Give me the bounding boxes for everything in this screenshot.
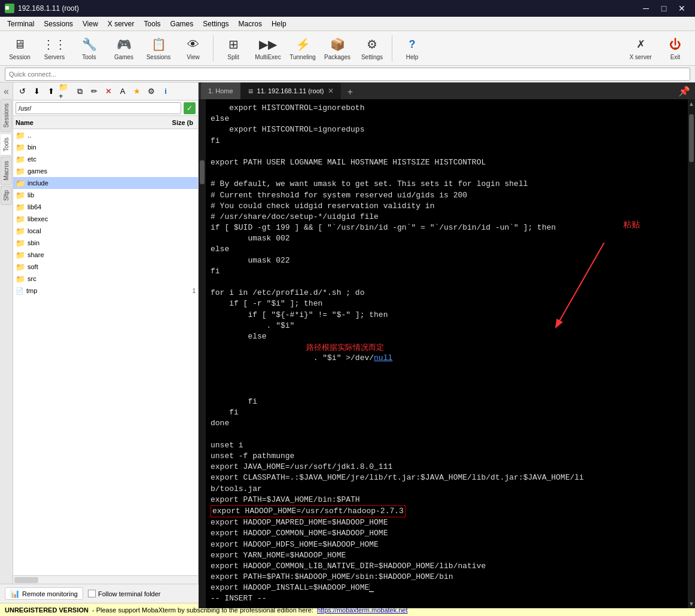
toolbar-view[interactable]: 👁 View — [177, 33, 209, 63]
file-settings-button[interactable]: ⚙ — [145, 85, 158, 98]
terminal-content[interactable]: export HISTCONTROL=ignoreboth else expor… — [206, 99, 688, 608]
horizontal-scrollbar[interactable] — [13, 575, 198, 584]
list-item[interactable]: 📄 tmp 1 — [13, 285, 198, 297]
list-item[interactable]: 📁 local — [13, 225, 198, 237]
list-item[interactable]: 📁 bin — [13, 141, 198, 153]
sidebar-tab-sessions[interactable]: Sessions — [1, 99, 12, 132]
menu-games[interactable]: Games — [166, 17, 199, 31]
monitor-icon: 📊 — [10, 589, 20, 598]
toolbar-settings[interactable]: ⚙ Settings — [356, 33, 388, 63]
toolbar-games[interactable]: 🎮 Games — [108, 33, 140, 63]
file-rename-button[interactable]: ✏ — [87, 85, 100, 98]
term-line: # /usr/share/doc/setup-*/uidgid file — [211, 212, 683, 222]
folder-icon: 📁 — [16, 251, 25, 260]
settings-icon: ⚙ — [364, 36, 380, 53]
toolbar-split[interactable]: ⊞ Split — [217, 33, 249, 63]
file-download-button[interactable]: ⬇ — [30, 85, 43, 98]
terminal-wrapper: export HISTCONTROL=ignoreboth else expor… — [199, 99, 695, 608]
toolbar-sessions[interactable]: 📋 Sessions — [142, 33, 175, 63]
scroll-down-button[interactable]: ▼ — [688, 599, 694, 608]
term-line: . "$i" >/dev/null 路径根据实际情况而定 — [211, 342, 683, 397]
vertical-scrollbar-left[interactable] — [199, 99, 206, 608]
scroll-up-button[interactable]: ▲ — [688, 99, 694, 108]
toolbar-tools[interactable]: 🔧 Tools — [73, 33, 105, 63]
folder-icon: 📁 — [16, 263, 25, 272]
list-item[interactable]: 📁 src — [13, 273, 198, 285]
menu-tools[interactable]: Tools — [139, 17, 166, 31]
vertical-scrollbar-right[interactable]: ▲ ▼ — [688, 99, 695, 608]
collapse-button[interactable]: « — [2, 85, 10, 98]
sidebar-tab-sftp[interactable]: Sftp — [1, 186, 12, 205]
list-item[interactable]: 📁 soft — [13, 261, 198, 273]
term-line: export HADOOP_HDFS_HOME=$HADOOP_HOME — [211, 539, 683, 550]
sidebar-tab-tools[interactable]: Tools — [1, 133, 12, 155]
toolbar-exit[interactable]: ⏻ Exit — [659, 33, 691, 63]
file-delete-button[interactable]: ✕ — [102, 85, 115, 98]
toolbar-multiexec[interactable]: ▶▶ MultiExec — [252, 33, 284, 63]
term-line: else — [211, 114, 683, 124]
tunneling-icon: ⚡ — [294, 36, 311, 53]
toolbar-session[interactable]: 🖥 Session — [4, 33, 36, 63]
toolbar-tunneling[interactable]: ⚡ Tunneling — [286, 33, 319, 63]
left-sidebar-tabs: « Sessions Tools Macros Sftp — [0, 83, 13, 584]
list-item[interactable]: 📁 libexec — [13, 213, 198, 225]
menu-view[interactable]: View — [78, 17, 103, 31]
menu-help[interactable]: Help — [267, 17, 291, 31]
file-bookmark-button[interactable]: ★ — [130, 85, 144, 98]
minimize-button[interactable]: ─ — [638, 0, 654, 17]
tab-ssh[interactable]: 🖥 11. 192.168.1.11 (root) ✕ — [240, 83, 341, 99]
term-line: # Current threshold for system reserved … — [211, 190, 683, 201]
maximize-button[interactable]: □ — [656, 0, 672, 17]
menu-settings[interactable]: Settings — [198, 17, 233, 31]
path-go-button[interactable]: ✓ — [184, 102, 196, 114]
file-refresh-button[interactable]: ↺ — [16, 85, 29, 98]
menu-xserver[interactable]: X server — [103, 17, 139, 31]
header-name: Name — [16, 119, 166, 126]
tab-ssh-label: 11. 192.168.1.11 (root) — [257, 87, 324, 94]
file-info-button[interactable]: i — [159, 85, 172, 98]
toolbar-servers[interactable]: ⋮⋮ Servers — [38, 33, 71, 63]
list-item[interactable]: 📁 share — [13, 249, 198, 261]
view-icon: 👁 — [185, 36, 202, 53]
remote-monitoring-button[interactable]: 📊 Remote monitoring — [5, 587, 83, 600]
tab-add-button[interactable]: + — [343, 85, 358, 99]
tab-close-button[interactable]: ✕ — [328, 87, 334, 95]
close-button[interactable]: ✕ — [673, 0, 690, 17]
menu-terminal[interactable]: Terminal — [2, 17, 39, 31]
path-input[interactable] — [16, 102, 181, 114]
menu-macros[interactable]: Macros — [234, 17, 267, 31]
list-item[interactable]: 📁 sbin — [13, 237, 198, 249]
list-item[interactable]: 📁 lib — [13, 189, 198, 201]
list-item[interactable]: 📁 include — [13, 177, 198, 189]
tab-pin-button[interactable]: 📌 — [676, 83, 693, 99]
folder-icon: 📁 — [16, 239, 25, 248]
follow-folder-checkbox[interactable]: Follow terminal folder — [88, 590, 161, 597]
file-toolbar: ↺ ⬇ ⬆ 📁+ ⧉ ✏ ✕ A ★ ⚙ i — [13, 83, 198, 100]
term-line: for i in /etc/profile.d/*.sh ; do — [211, 288, 683, 298]
toolbar-help[interactable]: ? Help — [396, 33, 428, 63]
list-item[interactable]: 📁 games — [13, 165, 198, 177]
toolbar-xserver[interactable]: ✗ X server — [624, 33, 657, 63]
list-item[interactable]: 📁 .. — [13, 129, 198, 141]
file-newfolder-button[interactable]: 📁+ — [59, 85, 72, 98]
checkbox-icon[interactable] — [88, 590, 96, 597]
help-icon: ? — [404, 36, 420, 53]
sidebar-tab-macros[interactable]: Macros — [1, 157, 12, 185]
list-item[interactable]: 📁 lib64 — [13, 201, 198, 213]
tab-home[interactable]: 1. Home — [201, 83, 240, 99]
list-item[interactable]: 📁 etc — [13, 153, 198, 165]
session-icon: 🖥 — [11, 36, 28, 53]
file-upload-button[interactable]: ⬆ — [44, 85, 57, 98]
toolbar-packages[interactable]: 📦 Packages — [321, 33, 353, 63]
menu-sessions[interactable]: Sessions — [39, 17, 78, 31]
sessions-icon: 📋 — [150, 36, 167, 53]
scroll-thumb-right[interactable] — [689, 114, 694, 162]
file-copy-button[interactable]: ⧉ — [73, 85, 86, 98]
term-line — [211, 147, 683, 157]
file-text-toggle[interactable]: A — [116, 85, 129, 98]
packages-icon: 📦 — [329, 36, 346, 53]
scroll-thumb-h[interactable] — [14, 577, 38, 583]
scroll-thumb-v[interactable] — [200, 160, 205, 184]
term-line: export HADOOP_INSTALL=$HADOOP_HOME█ — [211, 583, 683, 593]
quick-connect-input[interactable] — [5, 68, 690, 81]
